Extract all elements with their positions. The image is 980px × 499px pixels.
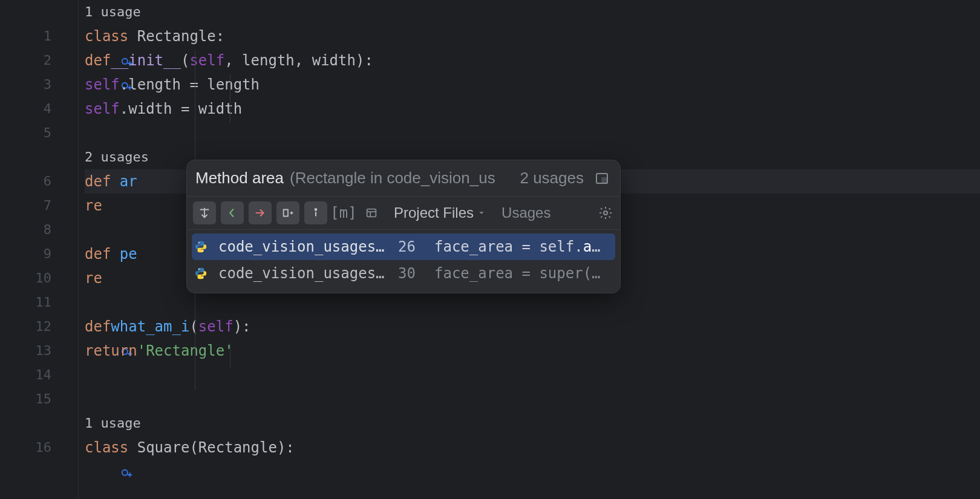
info-button[interactable]	[304, 201, 327, 224]
svg-point-10	[202, 250, 203, 252]
gutter-line[interactable]: 6	[0, 169, 72, 194]
code-line[interactable]	[85, 121, 980, 145]
gutter-line[interactable]: 11	[0, 290, 72, 315]
result-snippet: face_area = super().area(	[434, 265, 607, 282]
result-filename: code_vision_usages.py	[218, 265, 391, 282]
svg-point-9	[198, 242, 200, 243]
svg-point-11	[198, 269, 200, 270]
result-line-number: 26	[398, 238, 427, 255]
result-filename: code_vision_usages.py	[218, 238, 391, 255]
popup-location: (Rectangle in code_vision_us	[290, 169, 514, 188]
popup-title: Method area	[195, 169, 284, 188]
code-line[interactable]: def what_am_i(self):	[85, 315, 980, 339]
gutter-line[interactable]: 9	[0, 242, 72, 266]
python-file-icon	[194, 267, 207, 280]
gutter: 1 2 3 4 5 6 7 8 9 10 11 12 13 14 15 16	[0, 0, 79, 499]
override-icon[interactable]	[56, 30, 70, 43]
gutter-line[interactable]: 12	[0, 315, 72, 339]
override-icon[interactable]	[56, 54, 70, 67]
svg-rect-7	[367, 209, 376, 217]
usages-popup: Method area (Rectangle in code_vision_us…	[186, 160, 621, 293]
result-line-number: 30	[398, 265, 427, 282]
gutter-line[interactable]: 13	[0, 339, 72, 363]
code-line[interactable]	[85, 290, 980, 315]
gutter-line[interactable]	[0, 411, 72, 435]
gutter-line[interactable]: 7	[0, 194, 72, 218]
code-line[interactable]: return 'Rectangle'	[85, 339, 980, 363]
result-snippet: face_area = self.area()	[434, 238, 607, 255]
inlay-usage-hint[interactable]: 1 usage	[85, 0, 980, 24]
usage-result[interactable]: code_vision_usages.py 30 face_area = sup…	[192, 260, 615, 287]
gutter-line[interactable]: 10	[0, 266, 72, 290]
code-line[interactable]: self.length = length	[85, 73, 980, 97]
gutter-line[interactable]: 2	[0, 48, 72, 73]
override-icon[interactable]	[56, 441, 70, 454]
results-list: code_vision_usages.py 26 face_area = sel…	[187, 230, 620, 293]
prev-occurrence-button[interactable]	[221, 201, 244, 224]
svg-point-12	[202, 277, 203, 278]
gutter-line[interactable]: 3	[0, 73, 72, 97]
code-line[interactable]	[85, 363, 980, 387]
open-in-toolwindow-icon[interactable]	[595, 171, 609, 186]
chevron-down-icon	[477, 209, 486, 217]
code-line[interactable]: self.width = width	[85, 97, 980, 121]
code-line[interactable]: def __init__(self, length, width):	[85, 48, 980, 73]
python-file-icon	[194, 240, 207, 253]
preview-button[interactable]	[360, 201, 383, 224]
gutter-line[interactable]	[0, 145, 72, 169]
code-line[interactable]: class Square(Rectangle):	[85, 435, 980, 460]
gutter-line[interactable]: 15	[0, 387, 72, 411]
gutter-line[interactable]: 5	[0, 121, 72, 145]
usages-tab[interactable]: Usages	[501, 204, 550, 221]
usage-result[interactable]: code_vision_usages.py 26 face_area = sel…	[192, 233, 615, 260]
gutter-line[interactable]: 16	[0, 435, 72, 460]
override-icon[interactable]	[56, 320, 70, 333]
code-line[interactable]: class Rectangle:	[85, 24, 980, 48]
filter-method-button[interactable]: [m]	[332, 201, 355, 224]
gutter-line[interactable]: 14	[0, 363, 72, 387]
popup-usage-count: 2 usages	[520, 169, 584, 188]
new-session-button[interactable]	[276, 201, 299, 224]
popup-header: Method area (Rectangle in code_vision_us…	[187, 160, 620, 197]
popup-toolbar: [m] Project Files Usages	[187, 197, 620, 230]
scope-dropdown[interactable]: Project Files	[394, 204, 486, 221]
next-occurrence-button[interactable]	[249, 201, 272, 224]
expand-all-button[interactable]	[193, 201, 216, 224]
settings-icon[interactable]	[598, 206, 613, 220]
svg-rect-5	[602, 178, 607, 183]
code-line[interactable]	[85, 387, 980, 411]
gutter-line[interactable]: 4	[0, 97, 72, 121]
inlay-usage-hint[interactable]: 1 usage	[85, 411, 980, 435]
svg-point-6	[315, 209, 317, 210]
gutter-line[interactable]: 8	[0, 218, 72, 242]
svg-point-8	[604, 211, 607, 215]
gutter-line[interactable]: 1	[0, 24, 72, 48]
gutter-line	[0, 0, 72, 24]
